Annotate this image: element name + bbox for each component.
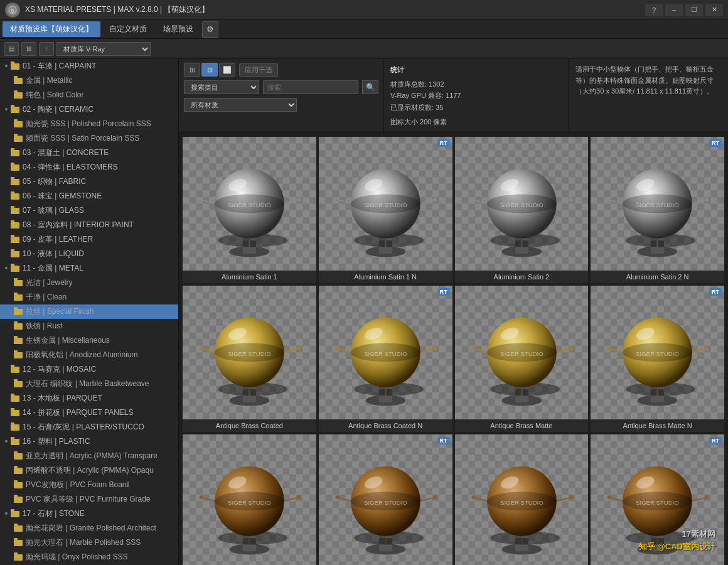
- sidebar-item-label: 纯色 | Solid Color: [26, 90, 83, 100]
- material-item-alu-satin-2[interactable]: SIGER STUDIO Aluminium Satin 2: [455, 137, 589, 283]
- maximize-button[interactable]: ☐: [685, 4, 703, 16]
- sidebar-item-label: PVC 家具等级 | PVC Furniture Grade: [26, 494, 151, 505]
- svg-point-29: [335, 198, 339, 202]
- sidebar-item-plaster[interactable]: 15 - 石膏/灰泥 | PLASTER/STUCCO: [0, 420, 178, 434]
- material-label: Aluminium Satin 1: [183, 271, 316, 283]
- material-item-bronze-matte-n[interactable]: SIGER STUDIO RTAntique Bronze Matte N: [591, 434, 724, 565]
- sidebar-item-fabric[interactable]: 05 - 织物 | FABRIC: [0, 175, 178, 189]
- sidebar-item-pvc-furniture[interactable]: PVC 家具等级 | PVC Furniture Grade: [0, 492, 178, 507]
- search-input[interactable]: [263, 80, 358, 94]
- material-row: SIGER STUDIO Antique Bronze Coated: [183, 434, 724, 565]
- toolbar: ▤ ⊞ ↑ 材质库 V-Ray: [0, 39, 728, 59]
- material-label: Antique Brass Matte: [455, 419, 589, 432]
- sidebar-item-special-finish[interactable]: 拉丝 | Special Finish: [0, 304, 178, 319]
- sidebar-item-clean[interactable]: 干净 | Clean: [0, 290, 178, 304]
- large-view-btn[interactable]: ⬜: [219, 63, 235, 77]
- sidebar-item-marble-polished[interactable]: 抛光大理石 | Marble Polished SSS: [0, 535, 178, 550]
- material-item-alu-satin-1[interactable]: SIGER STUDIO Aluminium Satin 1: [183, 137, 316, 283]
- svg-text:SIGER STUDIO: SIGER STUDIO: [636, 499, 679, 506]
- sidebar-item-solid-color[interactable]: 纯色 | Solid Color: [0, 88, 178, 102]
- folder-icon: [14, 309, 23, 315]
- library-select[interactable]: 材质库 V-Ray: [56, 42, 151, 56]
- toolbar-btn-grid[interactable]: ⊞: [21, 42, 36, 56]
- sidebar-item-acrylic-opaque[interactable]: 丙烯酸不透明 | Acrylic (PMMA) Opaqu: [0, 463, 178, 478]
- folder-icon: [11, 439, 19, 445]
- sidebar-item-metallic[interactable]: 金属 | Metallic: [0, 73, 178, 88]
- svg-text:SIGER STUDIO: SIGER STUDIO: [364, 499, 407, 506]
- close-button[interactable]: ✕: [705, 4, 723, 16]
- sidebar-item-label: 12 - 马赛克 | MOSAIC: [23, 364, 96, 375]
- sidebar-item-polished-porcelain[interactable]: 抛光瓷 SSS | Polished Porcelain SSS: [0, 117, 178, 131]
- sidebar-item-jewelry[interactable]: 光洁 | Jewelry: [0, 276, 178, 290]
- sidebar-item-anodized[interactable]: 阳极氧化铝 | Anodized Aluminium: [0, 348, 178, 362]
- folder-icon: [14, 352, 23, 358]
- folder-icon: [11, 222, 19, 229]
- sidebar-item-carpaint[interactable]: ▼01 - 车漆 | CARPAINT: [0, 59, 178, 73]
- help-button[interactable]: ?: [645, 4, 663, 16]
- material-item-alu-satin-2n[interactable]: SIGER STUDIO RTAluminium Satin 2 N: [591, 137, 724, 283]
- folder-icon: [14, 78, 23, 84]
- sidebar-item-pvc-foam[interactable]: PVC发泡板 | PVC Foam Board: [0, 478, 178, 492]
- sidebar-item-concrete[interactable]: 03 - 混凝土 | CONCRETE: [0, 146, 178, 160]
- svg-text:SIGER STUDIO: SIGER STUDIO: [636, 350, 679, 357]
- sidebar-item-elastomers[interactable]: 04 - 弹性体 | ELASTOMERS: [0, 160, 178, 175]
- sidebar-item-label: 16 - 塑料 | PLASTIC: [23, 436, 90, 447]
- title-bar-left: S XS MATERIAL PRESETS | MAX v.2.8.0 | 【萌…: [5, 3, 209, 18]
- folder-icon: [14, 468, 23, 474]
- sidebar-item-metal[interactable]: ▼11 - 金属 | METAL: [0, 261, 178, 276]
- sidebar-item-acrylic-trans[interactable]: 亚克力透明 | Acrylic (PMMA) Transpare: [0, 449, 178, 463]
- material-preview: SIGER STUDIO RT: [591, 286, 724, 419]
- svg-point-209: [608, 495, 611, 499]
- sidebar-item-mosaic[interactable]: 12 - 马赛克 | MOSAIC: [0, 362, 178, 377]
- view-toggle-group: ⊞ ⊟ ⬜: [184, 63, 235, 77]
- sidebar-item-interior-paint[interactable]: 08 - 室内涂料 | INTERIOR PAINT: [0, 218, 178, 232]
- tab-material-presets[interactable]: 材质预设库【萌妹汉化】: [3, 21, 100, 37]
- stats-total: 材质库总数: 1302: [390, 78, 562, 90]
- sidebar-item-plastic[interactable]: ▼16 - 塑料 | PLASTIC: [0, 434, 178, 449]
- sidebar-item-onyx[interactable]: 抛光玛瑙 | Onyx Polished SSS: [0, 550, 178, 564]
- material-item-bronze-coated[interactable]: SIGER STUDIO Antique Bronze Coated: [183, 434, 316, 565]
- sidebar-item-parquet[interactable]: 13 - 木地板 | PARQUET: [0, 391, 178, 406]
- grid-view-btn[interactable]: ⊞: [184, 63, 200, 77]
- sidebar-item-rust[interactable]: 铁锈 | Rust: [0, 319, 178, 333]
- material-item-brass-coated[interactable]: SIGER STUDIO Antique Brass Coated: [183, 286, 316, 432]
- sidebar-item-label: 17 - 石材 | STONE: [23, 508, 85, 519]
- search-category-select[interactable]: 搜索类目: [184, 80, 259, 94]
- sidebar-item-satin-porcelain[interactable]: 频面瓷 SSS | Satin Porcelain SSS: [0, 131, 178, 146]
- material-filter-select[interactable]: 所有材质: [184, 98, 297, 112]
- material-item-brass-coated-n[interactable]: SIGER STUDIO RTAntique Brass Coated N: [319, 286, 452, 432]
- sidebar-item-label: 抛光玛瑙 | Onyx Polished SSS: [26, 552, 128, 562]
- settings-button[interactable]: ⚙: [202, 21, 218, 38]
- sidebar-item-granite[interactable]: 抛光花岗岩 | Granite Polished Architect: [0, 521, 178, 535]
- folder-icon: [14, 121, 23, 127]
- tab-scene-presets[interactable]: 场景预设: [156, 21, 201, 37]
- material-item-bronze-coated-n[interactable]: SIGER STUDIO RTAntique Bronze Coated N: [319, 434, 452, 565]
- sidebar-item-parquet-panels[interactable]: 14 - 拼花板 | PARQUET PANELS: [0, 406, 178, 420]
- material-item-bronze-matte[interactable]: SIGER STUDIO Antique Bronze Matte: [455, 434, 589, 565]
- material-item-brass-matte-n[interactable]: SIGER STUDIO RTAntique Brass Matte N: [591, 286, 724, 432]
- search-button[interactable]: 🔍: [362, 80, 378, 94]
- sidebar-item-glass[interactable]: 07 - 玻璃 | GLASS: [0, 203, 178, 218]
- sidebar-item-stone[interactable]: ▼17 - 石材 | STONE: [0, 507, 178, 521]
- toolbar-btn-up[interactable]: ↑: [39, 42, 54, 56]
- material-item-alu-satin-1n[interactable]: SIGER STUDIO RTAluminium Satin 1 N: [319, 137, 452, 283]
- sidebar-item-marble-basket[interactable]: 大理石 编织纹 | Marble Basketweave: [0, 377, 178, 391]
- toolbar-btn-list[interactable]: ▤: [4, 42, 19, 56]
- sidebar-item-label: 频面瓷 SSS | Satin Porcelain SSS: [26, 133, 139, 144]
- minimize-button[interactable]: −: [665, 4, 683, 16]
- sidebar-item-liquid[interactable]: 10 - 液体 | LIQUID: [0, 247, 178, 261]
- material-label: Antique Brass Matte N: [591, 419, 724, 432]
- sidebar-item-gemstone[interactable]: 06 - 珠宝 | GEMSTONE: [0, 189, 178, 203]
- material-preview: SIGER STUDIO RT: [319, 286, 452, 419]
- list-view-btn[interactable]: ⊟: [201, 63, 218, 77]
- folder-icon: [11, 424, 19, 431]
- sidebar-item-miscellaneous[interactable]: 生锈金属 | Miscellaneous: [0, 333, 178, 348]
- sidebar-item-leather[interactable]: 09 - 皮革 | LEATHER: [0, 232, 178, 247]
- content-area: ⊞ ⊟ ⬜ 应用于选 搜索类目 🔍 所有材质: [179, 59, 728, 565]
- tab-custom-material[interactable]: 自定义材质: [102, 21, 154, 37]
- svg-point-83: [200, 347, 203, 350]
- sidebar-item-label: 09 - 皮革 | LEATHER: [23, 234, 93, 245]
- sidebar-item-ceramic[interactable]: ▼02 - 陶瓷 | CERAMIC: [0, 102, 178, 117]
- material-item-brass-matte[interactable]: SIGER STUDIO Antique Brass Matte: [455, 286, 589, 432]
- sidebar-item-label: 大理石 编织纹 | Marble Basketweave: [26, 379, 149, 389]
